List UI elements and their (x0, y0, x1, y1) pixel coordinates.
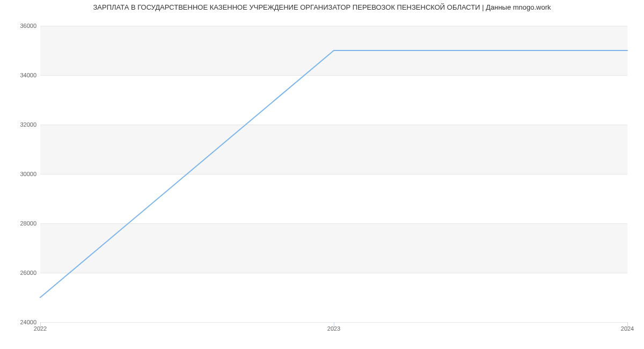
chart-container: ЗАРПЛАТА В ГОСУДАРСТВЕННОЕ КАЗЕННОЕ УЧРЕ… (0, 0, 644, 349)
y-tick-label: 36000 (4, 23, 36, 29)
x-tick-label: 2022 (34, 325, 47, 332)
y-tick-label: 30000 (4, 171, 36, 177)
y-tick-label: 28000 (4, 220, 36, 227)
chart-title: ЗАРПЛАТА В ГОСУДАРСТВЕННОЕ КАЗЕННОЕ УЧРЕ… (0, 3, 644, 11)
y-tick-label: 24000 (4, 319, 36, 325)
plot-area (40, 26, 627, 323)
x-tick-label: 2023 (327, 325, 340, 332)
line-series (40, 26, 627, 322)
y-tick-label: 26000 (4, 270, 36, 276)
y-tick-label: 34000 (4, 72, 36, 78)
x-tick-label: 2024 (621, 325, 634, 332)
y-tick-label: 32000 (4, 121, 36, 128)
